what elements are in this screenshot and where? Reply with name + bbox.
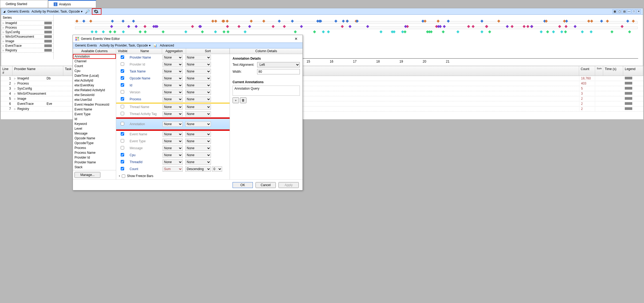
visible-checkbox[interactable] bbox=[121, 62, 124, 66]
sort-select[interactable]: Descending bbox=[185, 166, 211, 172]
avail-item[interactable]: Count bbox=[73, 64, 116, 68]
advanced-link[interactable]: Advanced bbox=[160, 44, 174, 47]
avail-item[interactable]: Cpu bbox=[73, 68, 116, 73]
expand-icon[interactable]: ▷ bbox=[13, 97, 16, 100]
expand-icon[interactable]: ▷ bbox=[13, 77, 16, 80]
avail-item[interactable]: Opcode/Type bbox=[73, 141, 116, 145]
event-marker-icon[interactable] bbox=[403, 30, 406, 33]
agg-select[interactable]: None bbox=[163, 62, 183, 67]
event-marker-icon[interactable] bbox=[91, 30, 93, 33]
visible-checkbox[interactable] bbox=[121, 132, 124, 136]
series-item-process[interactable]: ▷Process bbox=[1, 25, 53, 30]
apply-button[interactable]: Apply bbox=[278, 182, 299, 188]
avail-item-annotation[interactable]: Annotation bbox=[73, 54, 116, 59]
avail-item[interactable]: Event Name bbox=[73, 107, 116, 112]
visible-checkbox[interactable] bbox=[121, 97, 124, 101]
timeline-ruler[interactable]: 15 16 17 18 19 20 21 bbox=[302, 58, 638, 65]
visible-checkbox[interactable] bbox=[121, 122, 124, 125]
expand-icon[interactable]: ▷ bbox=[13, 108, 16, 110]
event-marker-icon[interactable] bbox=[201, 30, 204, 33]
expand-icon[interactable]: ▷ bbox=[3, 40, 4, 43]
agg-select[interactable]: None bbox=[163, 69, 183, 74]
sort-select[interactable]: None bbox=[185, 76, 211, 81]
sort-select[interactable]: None bbox=[185, 104, 211, 110]
visible-checkbox[interactable] bbox=[121, 160, 124, 163]
chevron-down-icon[interactable]: ▾ bbox=[119, 175, 120, 177]
agg-select[interactable]: None bbox=[163, 145, 183, 151]
sort-select[interactable]: None bbox=[185, 69, 211, 74]
event-marker-icon[interactable] bbox=[223, 30, 226, 33]
visible-checkbox[interactable] bbox=[121, 76, 124, 80]
series-item-eventtrace[interactable]: ▷EventTrace bbox=[1, 44, 53, 48]
avail-item[interactable]: Stack bbox=[73, 165, 116, 170]
agg-select[interactable]: None bbox=[163, 104, 183, 110]
event-marker-icon[interactable] bbox=[144, 30, 147, 33]
visible-checkbox[interactable] bbox=[121, 69, 124, 73]
col-legend[interactable]: Legend bbox=[623, 66, 643, 76]
breadcrumb-2[interactable]: Activity by Provider, Task, Opcode ▾ bbox=[32, 10, 83, 13]
gear-icon[interactable] bbox=[94, 9, 98, 14]
delete-annotation-button[interactable]: 🗑 bbox=[240, 97, 246, 103]
event-marker-icon[interactable] bbox=[109, 30, 112, 33]
search-icon[interactable]: 🔎 bbox=[85, 9, 90, 14]
col-count[interactable]: Count bbox=[579, 66, 595, 76]
avail-item[interactable]: Provider Id bbox=[73, 155, 116, 160]
avail-item[interactable]: etw:ActivityId bbox=[73, 78, 116, 83]
event-marker-icon[interactable] bbox=[294, 30, 297, 33]
event-marker-icon[interactable] bbox=[322, 30, 325, 33]
width-input[interactable] bbox=[257, 69, 300, 74]
avail-item[interactable]: Event Type bbox=[73, 112, 116, 117]
breadcrumb-1[interactable]: Generic Events bbox=[7, 10, 29, 13]
series-item-imageid[interactable]: ▷ImageId bbox=[1, 21, 53, 25]
agg-select[interactable]: None bbox=[163, 83, 183, 88]
agg-select[interactable]: None bbox=[163, 97, 183, 102]
avail-item[interactable]: Level bbox=[73, 126, 116, 131]
sort-select[interactable]: None bbox=[185, 145, 211, 151]
avail-item[interactable]: Process Name bbox=[73, 150, 116, 155]
event-marker-icon[interactable] bbox=[552, 30, 555, 33]
series-item-sysconfig[interactable]: ▷SysConfig bbox=[1, 30, 53, 34]
add-annotation-button[interactable]: ＋ bbox=[233, 97, 239, 103]
col-line[interactable]: Line # bbox=[1, 66, 13, 76]
sub-breadcrumb-1[interactable]: Generic Events bbox=[75, 44, 97, 47]
minimize-icon[interactable]: — bbox=[627, 9, 631, 14]
event-marker-icon[interactable] bbox=[113, 30, 116, 33]
event-marker-icon[interactable] bbox=[226, 30, 229, 33]
expand-icon[interactable]: ▷ bbox=[13, 82, 16, 85]
avail-item[interactable]: DateTime (Local) bbox=[73, 73, 116, 78]
expand-icon[interactable]: ▷ bbox=[13, 92, 16, 95]
event-marker-icon[interactable] bbox=[581, 30, 584, 33]
avail-item[interactable]: etw:SessionId bbox=[73, 93, 116, 97]
available-columns-list[interactable]: Annotation Channel Count Cpu DateTime (L… bbox=[73, 54, 116, 170]
visible-checkbox[interactable] bbox=[121, 153, 124, 156]
agg-select[interactable]: Sum bbox=[163, 166, 183, 172]
event-marker-icon[interactable] bbox=[481, 30, 484, 33]
event-marker-icon[interactable] bbox=[122, 30, 125, 33]
avail-item[interactable]: Channel bbox=[73, 59, 116, 64]
avail-item[interactable]: etw:Related ActivityId bbox=[73, 88, 116, 93]
collapse-icon[interactable]: ◢ bbox=[3, 10, 5, 13]
agg-select[interactable]: None bbox=[163, 90, 183, 95]
expand-icon[interactable]: ▷ bbox=[13, 87, 16, 90]
avail-item[interactable]: Message bbox=[73, 131, 116, 136]
agg-select[interactable]: None bbox=[163, 55, 183, 60]
maximize-icon[interactable]: □ bbox=[632, 9, 636, 14]
sort-priority-select[interactable]: 0 bbox=[212, 166, 222, 172]
sort-select[interactable]: None bbox=[185, 97, 211, 102]
close-panel-icon[interactable]: ✕ bbox=[637, 9, 641, 14]
sort-select[interactable]: None bbox=[185, 62, 211, 67]
event-marker-icon[interactable] bbox=[560, 30, 563, 33]
avail-item[interactable]: etw:UserSid bbox=[73, 97, 116, 102]
agg-select[interactable]: None bbox=[163, 121, 183, 127]
sort-select[interactable]: None bbox=[185, 121, 211, 127]
sort-select[interactable]: None bbox=[185, 139, 211, 144]
col-time[interactable]: Time (s) bbox=[603, 66, 623, 76]
expand-icon[interactable] bbox=[13, 103, 16, 104]
agg-select[interactable]: None bbox=[163, 139, 183, 144]
series-item-registry[interactable]: ▷Registry bbox=[1, 48, 53, 53]
event-marker-icon[interactable] bbox=[102, 30, 105, 33]
visible-checkbox[interactable] bbox=[121, 55, 124, 59]
expand-icon[interactable]: ▷ bbox=[3, 31, 4, 33]
agg-select[interactable]: None bbox=[163, 132, 183, 137]
visible-checkbox[interactable] bbox=[121, 83, 124, 87]
